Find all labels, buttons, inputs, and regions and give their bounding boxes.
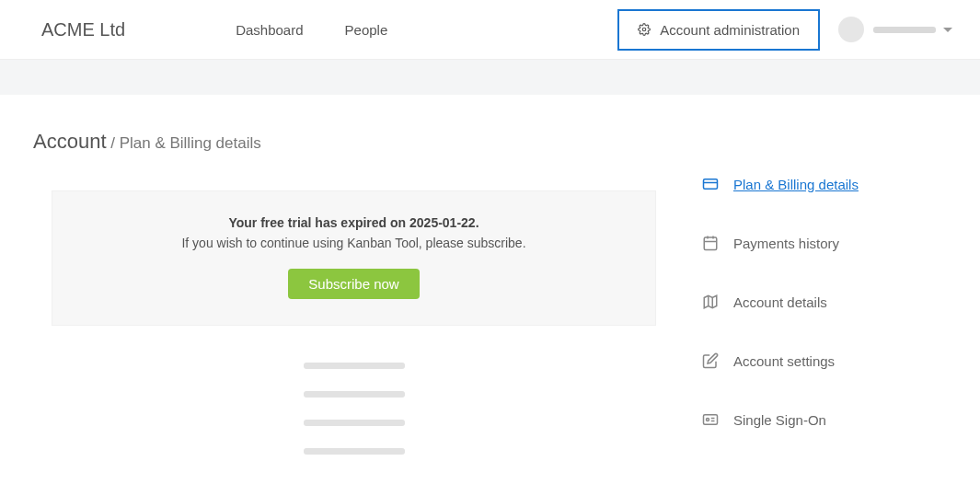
skeleton-line — [304, 363, 405, 369]
nav-people[interactable]: People — [345, 22, 388, 38]
user-name-placeholder — [873, 27, 936, 33]
breadcrumb-separator: / — [107, 134, 120, 152]
chevron-down-icon — [943, 28, 952, 32]
avatar — [838, 17, 864, 42]
sidebar-item-sso[interactable]: Single Sign-On — [702, 411, 951, 428]
gear-icon — [638, 23, 651, 36]
user-menu[interactable] — [838, 17, 952, 42]
breadcrumb-sub: Plan & Billing details — [120, 134, 261, 152]
calendar-icon — [702, 235, 719, 251]
skeleton-line — [304, 448, 405, 455]
breadcrumb-root[interactable]: Account — [33, 130, 107, 153]
content-column: Account / Plan & Billing details Your fr… — [33, 130, 674, 482]
sidebar-item-account-settings[interactable]: Account settings — [702, 352, 951, 369]
account-administration-link[interactable]: Account administration — [617, 9, 820, 51]
subheader-strip — [0, 60, 980, 95]
sidebar-label: Account details — [733, 294, 827, 310]
sidebar: Plan & Billing details Payments history … — [674, 130, 951, 482]
breadcrumb: Account / Plan & Billing details — [33, 130, 674, 154]
brand-name[interactable]: ACME Ltd — [41, 19, 125, 40]
sidebar-item-plan-billing[interactable]: Plan & Billing details — [702, 176, 951, 192]
sidebar-label: Plan & Billing details — [733, 177, 859, 192]
account-administration-label: Account administration — [660, 22, 800, 38]
sidebar-item-account-details[interactable]: Account details — [702, 294, 951, 310]
skeleton-line — [304, 391, 405, 398]
nav-dashboard[interactable]: Dashboard — [236, 22, 303, 38]
sidebar-label: Single Sign-On — [733, 412, 826, 428]
trial-expired-subtitle: If you wish to continue using Kanban Too… — [71, 236, 637, 250]
trial-expired-title: Your free trial has expired on 2025-01-2… — [71, 215, 637, 230]
svg-point-0 — [643, 28, 647, 31]
svg-marker-7 — [704, 295, 717, 308]
sidebar-label: Payments history — [733, 236, 839, 251]
edit-icon — [702, 352, 719, 369]
skeleton-line — [304, 420, 405, 426]
loading-skeletons — [33, 363, 674, 482]
credit-card-icon — [702, 176, 719, 192]
sidebar-item-payments-history[interactable]: Payments history — [702, 235, 951, 251]
svg-rect-3 — [704, 237, 717, 250]
subscribe-now-button[interactable]: Subscribe now — [288, 269, 419, 299]
sidebar-label: Account settings — [733, 353, 835, 369]
top-header: ACME Ltd Dashboard People Account admini… — [0, 0, 980, 60]
trial-expired-card: Your free trial has expired on 2025-01-2… — [52, 190, 656, 326]
main-area: Account / Plan & Billing details Your fr… — [0, 95, 980, 482]
svg-point-11 — [707, 419, 709, 421]
map-icon — [702, 294, 719, 310]
svg-rect-1 — [704, 179, 718, 190]
id-card-icon — [702, 411, 719, 428]
